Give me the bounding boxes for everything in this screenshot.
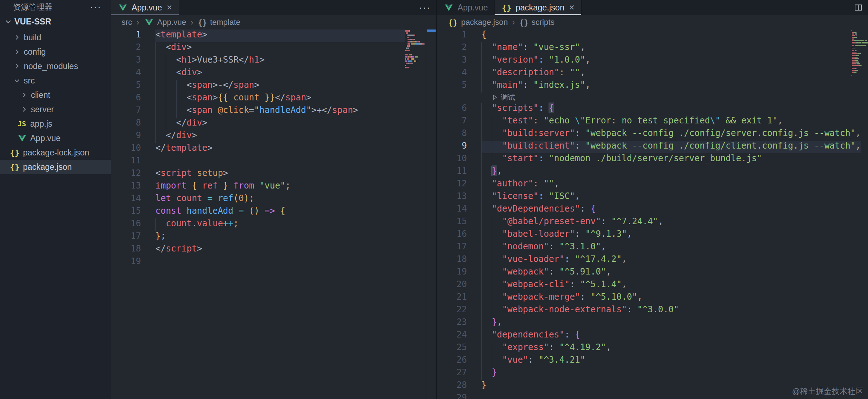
code-line-17[interactable]: 17}; (111, 231, 405, 244)
line-number[interactable]: 1 (437, 30, 481, 42)
line-number[interactable]: 4 (111, 67, 155, 80)
line-number[interactable]: 10 (111, 143, 155, 155)
explorer-root-folder[interactable]: VUE-SSR (0, 14, 111, 29)
code-editor-package-json[interactable]: 1{2 "name": "vue-ssr",3 "version": "1.0.… (437, 30, 851, 399)
line-number[interactable]: 23 (437, 317, 481, 330)
code-line-11[interactable]: 11 }, (437, 166, 851, 178)
line-number[interactable]: 7 (437, 115, 481, 128)
tree-item-build[interactable]: build (0, 30, 111, 45)
code-line-7[interactable]: 7 <span @click="handleAdd">+</span> (111, 105, 405, 118)
code-line-19[interactable]: 19 "webpack": "^5.91.0", (437, 267, 851, 279)
line-number[interactable]: 3 (437, 55, 481, 67)
tree-item-app-vue[interactable]: App.vue (0, 131, 111, 145)
tree-item-server[interactable]: server (0, 102, 111, 117)
code-line-8[interactable]: 8 </div> (111, 118, 405, 130)
code-line-17[interactable]: 17 "nodemon": "^3.1.0", (437, 241, 851, 254)
line-number[interactable]: 6 (437, 103, 481, 115)
line-number[interactable]: 27 (437, 367, 481, 380)
line-number[interactable]: 10 (437, 153, 481, 166)
code-line-13[interactable]: 13import { ref } from "vue"; (111, 181, 405, 193)
code-line-22[interactable]: 22 "webpack-node-externals": "^3.0.0" (437, 304, 851, 317)
code-line-10[interactable]: 10 "start": "nodemon ./build/server/serv… (437, 153, 851, 166)
tree-item-app-js[interactable]: JSapp.js (0, 117, 111, 131)
code-line-3[interactable]: 3 <h1>Vue3+SSR</h1> (111, 55, 405, 67)
tree-item-node-modules[interactable]: node_modules (0, 59, 111, 73)
line-number[interactable]: 2 (437, 42, 481, 55)
code-line-12[interactable]: 12<script setup> (111, 168, 405, 181)
code-line-18[interactable]: 18</script> (111, 244, 405, 256)
close-icon[interactable]: ✕ (166, 3, 172, 12)
code-line-4[interactable]: 4 <div> (111, 67, 405, 80)
code-line-19[interactable]: 19 (111, 256, 405, 269)
line-number[interactable]: 20 (437, 279, 481, 292)
codelens-debug[interactable]: 调试 (437, 92, 851, 103)
tab-app-vue[interactable]: App.vue (437, 0, 495, 15)
tree-item-package-lock-json[interactable]: {}package-lock.json (0, 145, 111, 160)
more-actions-icon[interactable]: ··· (419, 2, 431, 13)
breadcrumb-template[interactable]: {}template (197, 18, 240, 27)
code-line-28[interactable]: 28} (437, 380, 851, 393)
code-line-26[interactable]: 26 "vue": "^3.4.21" (437, 355, 851, 367)
line-number[interactable]: 18 (437, 254, 481, 267)
code-line-10[interactable]: 10</template> (111, 143, 405, 155)
line-number[interactable]: 2 (111, 42, 155, 55)
breadcrumb-app-vue[interactable]: App.vue (144, 18, 186, 27)
code-line-6[interactable]: 6 <span>{{ count }}</span> (111, 92, 405, 105)
line-number[interactable]: 1 (111, 30, 155, 42)
code-line-16[interactable]: 16 count.value++; (111, 218, 405, 231)
line-number[interactable]: 7 (111, 105, 155, 118)
code-line-24[interactable]: 24 "dependencies": { (437, 330, 851, 342)
line-number[interactable]: 5 (437, 80, 481, 92)
code-line-7[interactable]: 7 "test": "echo \"Error: no test specifi… (437, 115, 851, 128)
line-number[interactable]: 15 (111, 206, 155, 218)
code-line-1[interactable]: 1{ (437, 30, 851, 42)
line-number[interactable]: 19 (111, 256, 155, 269)
line-number[interactable]: 29 (437, 393, 481, 399)
code-line-15[interactable]: 15const handleAdd = () => { (111, 206, 405, 218)
close-icon[interactable]: ✕ (569, 3, 575, 12)
code-line-12[interactable]: 12 "author": "", (437, 178, 851, 191)
code-line-29[interactable]: 29 (437, 393, 851, 399)
code-line-20[interactable]: 20 "webpack-cli": "^5.1.4", (437, 279, 851, 292)
breadcrumb-src[interactable]: src (122, 18, 132, 27)
code-line-6[interactable]: 6 "scripts": { (437, 103, 851, 115)
minimap-left[interactable] (405, 30, 426, 399)
line-number[interactable]: 16 (111, 218, 155, 231)
tab-package-json[interactable]: {}package.json✕ (495, 0, 581, 15)
line-number[interactable]: 8 (111, 118, 155, 130)
explorer-more-icon[interactable]: ··· (90, 2, 101, 13)
line-number[interactable]: 5 (111, 80, 155, 92)
breadcrumb-scripts[interactable]: {}scripts (519, 18, 554, 27)
code-line-4[interactable]: 4 "description": "", (437, 67, 851, 80)
line-number[interactable]: 11 (437, 166, 481, 178)
line-number[interactable]: 26 (437, 355, 481, 367)
tab-app-vue[interactable]: App.vue✕ (111, 0, 179, 15)
code-line-9[interactable]: 9 </div> (111, 130, 405, 143)
code-line-13[interactable]: 13 "license": "ISC", (437, 191, 851, 204)
code-line-16[interactable]: 16 "babel-loader": "^9.1.3", (437, 229, 851, 241)
minimap-right[interactable] (851, 30, 868, 399)
code-line-14[interactable]: 14 "devDependencies": { (437, 204, 851, 216)
line-number[interactable]: 28 (437, 380, 481, 393)
line-number[interactable]: 17 (111, 231, 155, 244)
code-line-23[interactable]: 23 }, (437, 317, 851, 330)
code-line-25[interactable]: 25 "express": "^4.19.2", (437, 342, 851, 355)
code-line-9[interactable]: 9 "build:client": "webpack --config ./co… (437, 141, 851, 153)
code-editor-app-vue[interactable]: 1<template>2 <div>3 <h1>Vue3+SSR</h1>4 <… (111, 30, 405, 269)
line-number[interactable]: 21 (437, 292, 481, 304)
line-number[interactable]: 3 (111, 55, 155, 67)
code-line-11[interactable]: 11 (111, 155, 405, 168)
code-line-2[interactable]: 2 "name": "vue-ssr", (437, 42, 851, 55)
tree-item-package-json[interactable]: {}package.json (0, 160, 111, 174)
split-editor-icon[interactable] (854, 4, 863, 12)
line-number[interactable]: 14 (111, 193, 155, 206)
line-number[interactable]: 19 (437, 267, 481, 279)
code-line-14[interactable]: 14let count = ref(0); (111, 193, 405, 206)
code-line-5[interactable]: 5 "main": "index.js", (437, 80, 851, 92)
code-line-27[interactable]: 27 } (437, 367, 851, 380)
line-number[interactable]: 13 (437, 191, 481, 204)
tree-item-config[interactable]: config (0, 45, 111, 59)
line-number[interactable]: 15 (437, 216, 481, 229)
code-line-15[interactable]: 15 "@babel/preset-env": "^7.24.4", (437, 216, 851, 229)
code-line-5[interactable]: 5 <span>-</span> (111, 80, 405, 92)
